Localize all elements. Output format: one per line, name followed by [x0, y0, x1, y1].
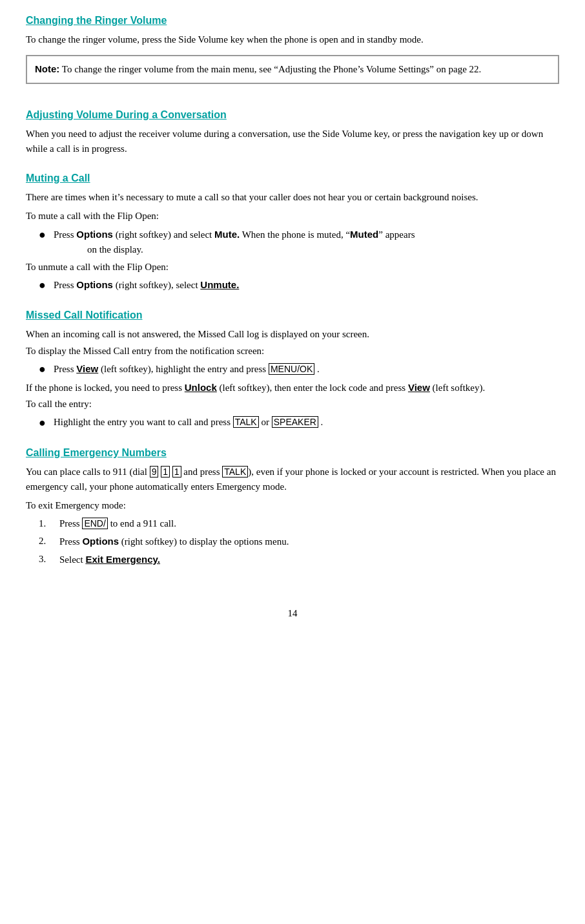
view-key-2: View	[408, 382, 430, 393]
para-emergency-exit-label: To exit Emergency mode:	[26, 498, 559, 513]
section-title-changing-ringer-volume: Changing the Ringer Volume	[26, 13, 559, 28]
bullet-mute-1: ● Press Options (right softkey) and sele…	[26, 227, 559, 258]
speaker-box: SPEAKER	[272, 416, 318, 428]
section-title-calling-emergency: Calling Emergency Numbers	[26, 445, 559, 461]
emergency-step-1: 1. Press END/ to end a 911 call.	[26, 516, 559, 531]
options-key-2: Options	[76, 279, 113, 290]
muted-key: Muted	[350, 229, 378, 240]
section-calling-emergency: Calling Emergency Numbers You can place …	[26, 445, 559, 568]
step-num-3: 3.	[39, 552, 59, 567]
talk-box: TALK	[233, 416, 259, 428]
para-adjusting-1: When you need to adjust the receiver vol…	[26, 127, 559, 157]
talk-box-2: TALK	[222, 466, 248, 478]
exit-emergency-key: Exit Emergency.	[85, 554, 160, 565]
missed-bullets-2: ● Highlight the entry you want to call a…	[26, 415, 559, 431]
emergency-step-2: 2. Press Options (right softkey) to disp…	[26, 534, 559, 549]
bullet-dot-2: ●	[39, 277, 46, 293]
para-unmute-label: To unmute a call with the Flip Open:	[26, 260, 559, 275]
section-body-adjusting-volume: When you need to adjust the receiver vol…	[26, 127, 559, 157]
para-missed-1: When an incoming call is not answered, t…	[26, 327, 559, 342]
section-body-changing-ringer-volume: To change the ringer volume, press the S…	[26, 32, 559, 93]
mute-indent: on the display.	[87, 242, 559, 257]
emergency-steps: 1. Press END/ to end a 911 call. 2. Pres…	[26, 516, 559, 568]
bullet-missed-view: ● Press View (left softkey), highlight t…	[26, 361, 559, 377]
menuok-box: MENU/OK	[269, 363, 314, 375]
bullet-dot-4: ●	[39, 415, 46, 431]
bullet-text-mute-1: Press Options (right softkey) and select…	[54, 227, 559, 258]
options-key-1: Options	[76, 229, 113, 240]
section-adjusting-volume: Adjusting Volume During a Conversation W…	[26, 107, 559, 157]
one-box-1: 1	[161, 466, 170, 478]
missed-bullets-1: ● Press View (left softkey), highlight t…	[26, 361, 559, 377]
para-missed-2: To display the Missed Call entry from th…	[26, 344, 559, 359]
step-text-1: Press END/ to end a 911 call.	[59, 516, 176, 531]
para-emergency-1: You can place calls to 911 (dial 9 1 1 a…	[26, 465, 559, 495]
bullet-dot-1: ●	[39, 227, 46, 243]
section-muting-call: Muting a Call There are times when it’s …	[26, 171, 559, 293]
emergency-step-3: 3. Select Exit Emergency.	[26, 552, 559, 567]
section-changing-ringer-volume: Changing the Ringer Volume To change the…	[26, 13, 559, 93]
section-body-missed-call: When an incoming call is not answered, t…	[26, 327, 559, 430]
page-number: 14	[26, 606, 559, 621]
step-num-2: 2.	[39, 534, 59, 549]
section-missed-call: Missed Call Notification When an incomin…	[26, 308, 559, 430]
step-text-3: Select Exit Emergency.	[59, 552, 160, 567]
bullet-unmute-1: ● Press Options (right softkey), select …	[26, 277, 559, 293]
view-key-1: View	[76, 363, 98, 374]
bullet-text-unmute-1: Press Options (right softkey), select Un…	[54, 277, 559, 293]
nine-box: 9	[150, 466, 159, 478]
bullet-missed-call: ● Highlight the entry you want to call a…	[26, 415, 559, 431]
step-num-1: 1.	[39, 516, 59, 531]
mute-bullets-1: ● Press Options (right softkey) and sele…	[26, 227, 559, 258]
para-ringer-1: To change the ringer volume, press the S…	[26, 32, 559, 47]
step-text-2: Press Options (right softkey) to display…	[59, 534, 289, 549]
bullet-dot-3: ●	[39, 361, 46, 377]
para-missed-locked: If the phone is locked, you need to pres…	[26, 380, 559, 395]
section-title-missed-call: Missed Call Notification	[26, 308, 559, 323]
section-title-adjusting-volume: Adjusting Volume During a Conversation	[26, 107, 559, 123]
end-box: END/	[82, 518, 107, 529]
mute-key: Mute.	[214, 229, 240, 240]
note-label: Note:	[35, 63, 59, 74]
options-key-3: Options	[82, 536, 119, 547]
section-body-calling-emergency: You can place calls to 911 (dial 9 1 1 a…	[26, 465, 559, 568]
note-text: To change the ringer volume from the mai…	[62, 64, 482, 74]
para-mute-label-1: To mute a call with the Flip Open:	[26, 209, 559, 224]
unlock-key: Unlock	[185, 382, 217, 393]
section-title-muting-call: Muting a Call	[26, 171, 559, 186]
unmute-bullets: ● Press Options (right softkey), select …	[26, 277, 559, 293]
para-muting-intro: There are times when it’s necessary to m…	[26, 190, 559, 205]
bullet-text-missed-1: Press View (left softkey), highlight the…	[54, 361, 559, 377]
one-box-2: 1	[172, 466, 181, 478]
bullet-text-missed-2: Highlight the entry you want to call and…	[54, 415, 559, 430]
unmute-key: Unmute.	[200, 279, 239, 290]
para-missed-call-entry: To call the entry:	[26, 397, 559, 412]
section-body-muting-call: There are times when it’s necessary to m…	[26, 190, 559, 293]
note-box-ringer: Note: To change the ringer volume from t…	[26, 55, 559, 83]
